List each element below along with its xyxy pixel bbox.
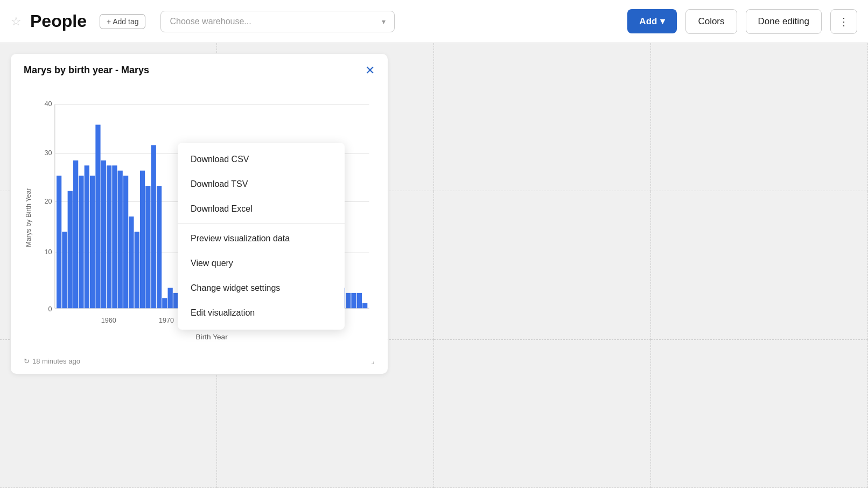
svg-text:10: 10 bbox=[45, 248, 52, 256]
widget-title: Marys by birth year - Marys bbox=[24, 65, 149, 76]
bar bbox=[362, 303, 367, 308]
svg-text:1960: 1960 bbox=[101, 317, 116, 324]
bar bbox=[346, 293, 351, 308]
grid-cell bbox=[434, 43, 651, 191]
page-header: ☆ People + Add tag Choose warehouse... ▾… bbox=[0, 0, 868, 43]
widget-footer: ↻ 18 minutes ago ⌟ bbox=[24, 357, 375, 365]
svg-text:1970: 1970 bbox=[159, 317, 174, 324]
add-tag-button[interactable]: + Add tag bbox=[100, 14, 146, 29]
bar bbox=[123, 176, 128, 308]
svg-text:30: 30 bbox=[45, 149, 52, 157]
bar bbox=[162, 298, 167, 308]
grid-cell bbox=[651, 340, 868, 488]
refresh-time: ↻ 18 minutes ago bbox=[24, 357, 80, 365]
bar bbox=[357, 293, 362, 308]
resize-handle[interactable]: ⌟ bbox=[371, 357, 375, 365]
bar bbox=[85, 165, 89, 308]
bar bbox=[79, 176, 83, 308]
done-editing-button[interactable]: Done editing bbox=[746, 9, 822, 34]
bar bbox=[107, 165, 111, 308]
dropdown-menu: Download CSVDownload TSVDownload ExcelPr… bbox=[178, 143, 345, 330]
page-title: People bbox=[30, 11, 87, 31]
bar bbox=[135, 232, 139, 308]
bar bbox=[151, 145, 156, 308]
bar bbox=[351, 293, 356, 308]
bar bbox=[140, 171, 145, 309]
bar bbox=[112, 165, 117, 308]
svg-text:0: 0 bbox=[48, 305, 52, 313]
dropdown-item[interactable]: Download CSV bbox=[178, 147, 345, 172]
svg-text:40: 40 bbox=[45, 100, 52, 108]
chevron-down-icon: ▾ bbox=[382, 17, 386, 26]
dropdown-item[interactable]: Download TSV bbox=[178, 172, 345, 197]
main-content: Marys by birth year - Marys ✕ Marys by B… bbox=[0, 43, 868, 488]
warehouse-placeholder: Choose warehouse... bbox=[170, 17, 251, 26]
bar bbox=[95, 125, 100, 309]
bar bbox=[118, 171, 123, 309]
dropdown-item[interactable]: Change widget settings bbox=[178, 276, 345, 301]
grid-cell bbox=[434, 340, 651, 488]
chevron-down-icon: ▾ bbox=[660, 16, 665, 27]
more-options-button[interactable]: ⋮ bbox=[830, 9, 857, 34]
bar bbox=[157, 186, 162, 308]
svg-text:20: 20 bbox=[45, 198, 52, 205]
dropdown-item[interactable]: Preview visualization data bbox=[178, 226, 345, 251]
bar bbox=[62, 232, 67, 308]
dropdown-item[interactable]: Edit visualization bbox=[178, 301, 345, 325]
dropdown-item[interactable]: View query bbox=[178, 251, 345, 276]
grid-cell bbox=[651, 43, 868, 191]
bar bbox=[145, 186, 150, 308]
warehouse-dropdown[interactable]: Choose warehouse... ▾ bbox=[160, 11, 394, 32]
bar bbox=[101, 161, 106, 308]
close-button[interactable]: ✕ bbox=[365, 65, 375, 76]
grid-cell bbox=[434, 191, 651, 339]
bar bbox=[73, 161, 78, 308]
y-axis-label: Marys by Birth Year bbox=[25, 188, 32, 247]
grid-cell bbox=[651, 191, 868, 339]
widget-header: Marys by birth year - Marys ✕ bbox=[24, 65, 375, 76]
dropdown-item[interactable]: Download Excel bbox=[178, 197, 345, 221]
x-axis-label: Birth Year bbox=[196, 333, 228, 341]
star-icon[interactable]: ☆ bbox=[11, 15, 22, 29]
bar bbox=[90, 176, 95, 308]
dropdown-divider bbox=[178, 224, 345, 224]
add-button[interactable]: Add ▾ bbox=[627, 9, 677, 33]
bar bbox=[68, 191, 73, 309]
refresh-icon: ↻ bbox=[24, 357, 30, 365]
bar bbox=[168, 288, 173, 308]
bar bbox=[57, 176, 61, 308]
bar bbox=[129, 217, 134, 308]
colors-button[interactable]: Colors bbox=[685, 9, 737, 34]
